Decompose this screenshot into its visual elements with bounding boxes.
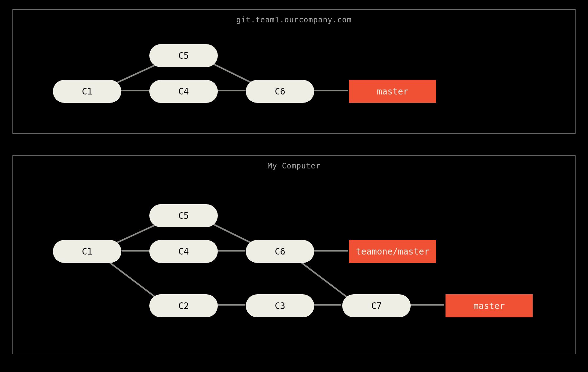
branch-master-server: master [349,80,436,103]
branch-master-local-label: master [473,301,505,311]
commit-c3-local: C3 [246,294,314,317]
commit-c4-label: C4 [178,86,189,97]
commit-c6-local: C6 [246,240,314,263]
commit-c4-local: C4 [149,240,218,263]
commit-c6-local-label: C6 [275,246,285,257]
commit-c7-local: C7 [342,294,411,317]
svg-line-14 [302,263,348,297]
commit-c5: C5 [149,44,218,67]
panel-server-body: C5 C1 C4 C6 master [13,10,575,133]
commit-c7-local-label: C7 [371,301,382,311]
arrows-server [13,10,575,133]
svg-line-3 [117,63,160,82]
commit-c1-local: C1 [53,240,121,263]
commit-c1-local-label: C1 [82,246,92,257]
branch-master-local: master [446,294,533,317]
branch-teamone-master-label: teamone/master [356,246,429,257]
commit-c2-local-label: C2 [178,301,189,311]
svg-line-4 [211,63,253,83]
svg-line-13 [110,263,156,297]
commit-c4-local-label: C4 [178,246,189,257]
svg-line-9 [211,223,252,244]
commit-c1: C1 [53,80,121,103]
panel-local-body: C5 C1 C4 C6 teamone/master C2 C3 C7 mast… [13,156,575,354]
commit-c2-local: C2 [149,294,218,317]
commit-c6: C6 [246,80,314,103]
branch-teamone-master: teamone/master [349,240,436,263]
commit-c3-local-label: C3 [275,301,285,311]
commit-c5-label: C5 [178,51,189,61]
commit-c5-local-label: C5 [178,211,189,221]
branch-master-server-label: master [377,86,408,97]
commit-c1-label: C1 [82,86,92,97]
svg-line-8 [117,223,160,243]
commit-c6-label: C6 [275,86,285,97]
panel-local: My Computer [12,155,576,354]
panel-server: git.team1.ourcompany.com C5 C1 [12,9,576,134]
commit-c4: C4 [149,80,218,103]
commit-c5-local: C5 [149,204,218,227]
